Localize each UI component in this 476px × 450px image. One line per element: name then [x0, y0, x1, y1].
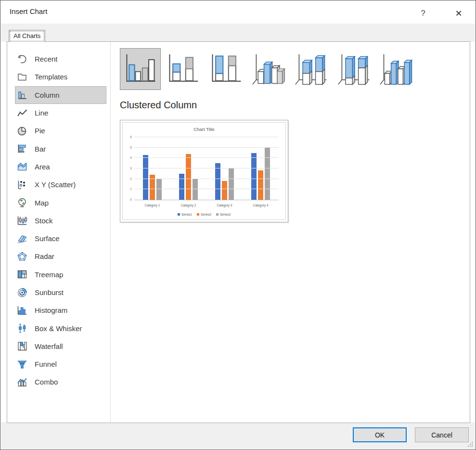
- bar-series1: [215, 163, 220, 200]
- legend-swatch: [197, 213, 199, 216]
- sidebar-item-label: Box & Whisker: [35, 324, 82, 333]
- 100pct-stacked-column-thumb-icon: [208, 51, 244, 88]
- sidebar-item-label: X Y (Scatter): [35, 180, 76, 189]
- sidebar-item-waterfall[interactable]: Waterfall: [15, 337, 106, 355]
- y-axis-tick-label: 1: [130, 187, 132, 191]
- sidebar-item-sunburst[interactable]: Sunburst: [15, 283, 106, 301]
- legend-label: Series1: [181, 213, 192, 216]
- subtype-thumbnail-row: [120, 48, 418, 90]
- legend-swatch: [216, 213, 219, 216]
- legend-item: Series1: [178, 213, 192, 216]
- sidebar-item-xy-scatter[interactable]: X Y (Scatter): [15, 176, 106, 193]
- funnel-icon: [16, 359, 28, 370]
- y-axis-tick-label: 2: [130, 177, 132, 180]
- sidebar-item-histogram[interactable]: Histogram: [15, 301, 106, 319]
- title-bar: Insert Chart ? ✕: [1, 1, 475, 24]
- waterfall-icon: [16, 341, 28, 351]
- bar-series2: [258, 170, 263, 200]
- sidebar-item-funnel[interactable]: Funnel: [15, 355, 106, 373]
- chart-preview-box[interactable]: Chart Title 0123456 Category 1Category 2…: [120, 120, 288, 222]
- sidebar-item-label: Radar: [35, 252, 54, 260]
- sidebar-item-radar[interactable]: Radar: [15, 247, 106, 265]
- bar-group: [243, 137, 279, 200]
- legend-label: Series2: [201, 213, 211, 216]
- bar-series1: [251, 153, 257, 200]
- recent-icon: [16, 54, 28, 64]
- content-pane: RecentTemplatesColumnLinePieBarAreaX Y (…: [7, 41, 470, 423]
- y-axis-tick-label: 6: [130, 135, 132, 139]
- subtype-thumbnail-3d-stacked-column[interactable]: [291, 48, 332, 90]
- sidebar-item-combo[interactable]: Combo: [15, 373, 106, 391]
- sidebar-item-label: Line: [35, 109, 48, 117]
- bar-series2: [222, 181, 227, 200]
- dialog-title: Insert Chart: [10, 7, 47, 15]
- subtype-thumbnail-3d-clustered-column[interactable]: [248, 48, 289, 90]
- sidebar-item-surface[interactable]: Surface: [15, 230, 106, 247]
- bar-group: [206, 137, 243, 200]
- surface-icon: [16, 233, 28, 244]
- gridline: [134, 189, 279, 189]
- sidebar-item-treemap[interactable]: Treemap: [15, 266, 106, 283]
- combo-icon: [16, 377, 28, 387]
- subtype-thumbnail-clustered-column[interactable]: [120, 48, 161, 90]
- sidebar-item-label: Column: [35, 91, 60, 99]
- sidebar-item-area[interactable]: Area: [15, 158, 106, 176]
- main-area: Clustered Column Chart Title 0123456 Cat…: [111, 42, 470, 423]
- sidebar-item-label: Pie: [35, 127, 45, 135]
- gridline: [134, 157, 279, 158]
- bar-series1: [179, 174, 184, 200]
- cancel-button[interactable]: Cancel: [415, 427, 469, 442]
- legend-swatch: [178, 213, 180, 216]
- bar-series1: [143, 155, 148, 200]
- footer-bar: OK Cancel: [1, 422, 475, 449]
- subtype-thumbnail-3d-column[interactable]: [377, 48, 418, 90]
- x-axis-category-label: Category 4: [243, 204, 279, 207]
- legend-item: Series3: [216, 213, 231, 216]
- plot-area: 0123456: [134, 137, 279, 200]
- sidebar-item-box-whisker[interactable]: Box & Whisker: [15, 319, 106, 337]
- sidebar-item-stock[interactable]: Stock: [15, 212, 106, 230]
- 3d-100pct-stacked-column-thumb-icon: [336, 51, 373, 88]
- gridline: [134, 168, 279, 168]
- legend-label: Series3: [220, 213, 231, 216]
- line-icon: [16, 108, 28, 118]
- subtype-thumbnail-stacked-column[interactable]: [163, 48, 204, 90]
- sidebar-item-recent[interactable]: Recent: [15, 50, 106, 68]
- gridline: [134, 137, 279, 137]
- bar-series2: [186, 154, 191, 200]
- y-axis-tick-label: 3: [130, 167, 132, 170]
- templates-icon: [16, 72, 28, 82]
- sidebar-item-pie[interactable]: Pie: [15, 122, 106, 140]
- help-button[interactable]: ?: [415, 6, 431, 20]
- resize-grip-icon[interactable]: [467, 441, 474, 448]
- sidebar-item-bar[interactable]: Bar: [15, 140, 106, 157]
- tab-strip: [1, 24, 475, 42]
- clustered-column-thumb-icon: [122, 51, 159, 88]
- tab-all-charts[interactable]: All Charts: [9, 30, 45, 42]
- sidebar-item-label: Map: [35, 199, 49, 207]
- sidebar-item-map[interactable]: Map: [15, 193, 106, 211]
- bar-group: [170, 137, 206, 200]
- sidebar-item-line[interactable]: Line: [15, 104, 106, 122]
- sidebar-item-label: Recent: [35, 55, 58, 63]
- chart-preview: Chart Title 0123456 Category 1Category 2…: [122, 122, 286, 220]
- subtype-thumbnail-100pct-stacked-column[interactable]: [206, 48, 246, 90]
- ok-button[interactable]: OK: [353, 427, 407, 442]
- sidebar-item-label: Templates: [35, 73, 67, 81]
- sidebar-item-label: Treemap: [35, 270, 63, 279]
- sidebar-item-templates[interactable]: Templates: [15, 68, 106, 86]
- gridline: [134, 147, 279, 148]
- sidebar-item-label: Sunburst: [35, 288, 64, 296]
- radar-icon: [16, 251, 28, 262]
- stacked-column-thumb-icon: [165, 51, 202, 88]
- 3d-column-thumb-icon: [379, 51, 416, 88]
- subtype-thumbnail-3d-100pct-stacked-column[interactable]: [334, 48, 375, 90]
- histogram-icon: [16, 305, 28, 316]
- sidebar-item-label: Funnel: [35, 360, 57, 368]
- 3d-clustered-column-thumb-icon: [251, 51, 287, 88]
- sidebar-item-label: Stock: [35, 217, 53, 225]
- close-button[interactable]: ✕: [450, 6, 467, 20]
- sidebar-item-label: Bar: [35, 145, 46, 153]
- bar-icon: [16, 143, 28, 154]
- sidebar-item-column[interactable]: Column: [15, 86, 106, 104]
